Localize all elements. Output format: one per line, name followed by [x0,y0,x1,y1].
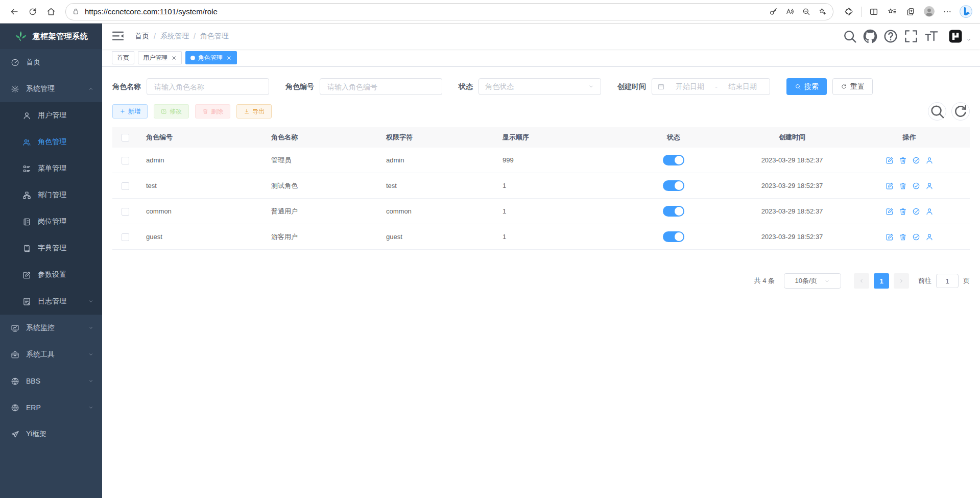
sidebar-item-erp[interactable]: ERP [0,394,102,421]
row-edit-button[interactable] [886,182,894,190]
browser-home-icon[interactable] [42,3,60,20]
role-code-input[interactable] [320,78,442,95]
row-datascope-button[interactable] [912,207,920,216]
favorites-icon[interactable] [883,3,901,20]
zoom-out-icon[interactable] [798,5,814,19]
app-logo: 意框架管理系统 [0,23,102,49]
user-avatar-logo[interactable] [948,29,963,44]
status-select[interactable]: 角色状态 [479,78,601,95]
help-icon[interactable] [882,28,899,44]
add-favorite-icon[interactable] [815,5,830,19]
sidebar-item-dict-management[interactable]: 字典管理 [0,235,102,262]
row-assign-user-button[interactable] [925,207,934,216]
table-toolbar: 新增 修改 删除 导出 [112,102,970,121]
row-delete-button[interactable] [899,156,907,164]
page-number-1[interactable]: 1 [874,273,889,289]
address-bar[interactable]: https://ccnetcore.com:1101/system/role [65,3,833,20]
read-aloud-icon[interactable] [782,5,797,19]
date-range-picker[interactable]: 开始日期 - 结束日期 [652,78,770,95]
bing-chat-icon[interactable] [957,3,975,20]
close-icon[interactable] [171,55,177,61]
row-checkbox[interactable] [122,157,129,164]
end-date-placeholder[interactable]: 结束日期 [721,82,764,91]
delete-button[interactable]: 删除 [195,104,230,118]
cell-display-order: 1 [494,173,612,199]
fullscreen-icon[interactable] [903,28,919,44]
font-size-icon[interactable] [923,28,940,44]
page-size-select[interactable]: 10条/页 [784,273,841,289]
tab-首页[interactable]: 首页 [112,51,134,64]
chevron-down-icon [88,351,94,358]
row-datascope-button[interactable] [912,233,920,241]
row-delete-button[interactable] [899,182,907,190]
role-name-input[interactable] [147,78,269,95]
goto-page-input[interactable] [936,274,959,288]
row-edit-button[interactable] [886,207,894,216]
sidebar-item-label: 日志管理 [38,297,88,306]
browser-back-icon[interactable] [5,3,23,20]
sidebar-item-yi-framework[interactable]: Yi框架 [0,421,102,447]
show-search-toggle-icon[interactable] [928,102,946,121]
refresh-table-icon[interactable] [951,102,970,121]
status-toggle[interactable] [663,206,684,217]
browser-profile-avatar[interactable] [920,3,938,20]
browser-more-icon[interactable] [938,3,957,20]
cell-role-code: guest [138,224,263,250]
row-assign-user-button[interactable] [925,156,934,164]
add-button[interactable]: 新增 [112,104,148,118]
sidebar-item-label: 参数设置 [38,270,94,279]
sidebar-item-system-monitor[interactable]: 系统监控 [0,315,102,341]
url-text[interactable]: https://ccnetcore.com:1101/system/role [85,7,764,16]
row-delete-button[interactable] [899,233,907,241]
export-button[interactable]: 导出 [236,104,272,118]
sidebar-item-dept-management[interactable]: 部门管理 [0,182,102,208]
search-button[interactable]: 搜索 [786,78,827,95]
collapse-sidebar-icon[interactable] [110,29,126,44]
sidebar-item-bbs[interactable]: BBS [0,368,102,394]
table-row-guest: guest游客用户guest12023-03-29 18:52:37 [112,224,970,250]
next-page-button[interactable] [894,273,909,289]
sidebar-item-home[interactable]: 首页 [0,49,102,76]
row-assign-user-button[interactable] [925,182,934,190]
browser-reload-icon[interactable] [23,3,42,20]
edit-button[interactable]: 修改 [154,104,189,118]
sidebar-item-system-management[interactable]: 系统管理 [0,76,102,102]
tab-用户管理[interactable]: 用户管理 [138,51,182,64]
status-toggle[interactable] [663,155,684,165]
extensions-icon[interactable] [840,3,858,20]
row-checkbox[interactable] [122,208,129,216]
sidebar-item-log-management[interactable]: 日志管理 [0,288,102,315]
row-assign-user-button[interactable] [925,233,934,241]
header-search-icon[interactable] [842,28,858,44]
github-icon[interactable] [862,28,878,44]
sidebar-item-param-settings[interactable]: 参数设置 [0,262,102,288]
row-datascope-button[interactable] [912,156,920,164]
reset-button[interactable]: 重置 [832,78,873,95]
select-all-checkbox[interactable] [122,134,129,141]
sidebar-item-role-management[interactable]: 角色管理 [0,129,102,155]
column-header: 权限字符 [378,127,494,148]
sidebar-item-menu-management[interactable]: 菜单管理 [0,155,102,182]
user-menu-caret-icon[interactable] [966,37,972,43]
collections-icon[interactable] [901,3,920,20]
column-header: 角色名称 [263,127,378,148]
sidebar-item-user-management[interactable]: 用户管理 [0,102,102,129]
row-edit-button[interactable] [886,233,894,241]
row-datascope-button[interactable] [912,182,920,190]
sidebar-item-post-management[interactable]: 岗位管理 [0,208,102,235]
status-toggle[interactable] [663,231,684,242]
start-date-placeholder[interactable]: 开始日期 [668,82,712,91]
password-key-icon[interactable] [766,5,781,19]
prev-page-button[interactable] [854,273,869,289]
split-screen-icon[interactable] [865,3,883,20]
row-edit-button[interactable] [886,156,894,164]
sidebar-item-system-tools[interactable]: 系统工具 [0,341,102,368]
tab-角色管理[interactable]: 角色管理 [185,51,237,64]
close-icon[interactable] [226,55,232,61]
row-checkbox[interactable] [122,233,129,241]
breadcrumb-home[interactable]: 首页 [135,32,149,41]
row-delete-button[interactable] [899,207,907,216]
status-toggle[interactable] [663,180,684,191]
cell-perm-string: common [378,199,494,224]
row-checkbox[interactable] [122,182,129,190]
